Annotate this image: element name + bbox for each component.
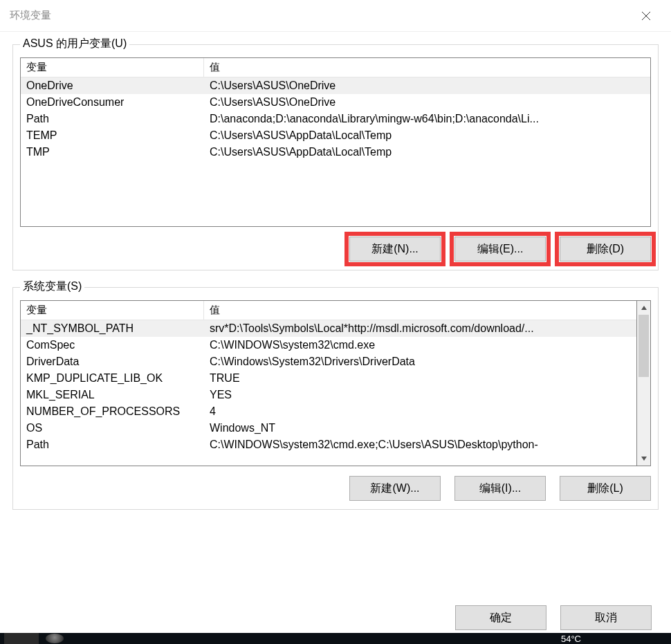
table-row[interactable]: DriverDataC:\Windows\System32\Drivers\Dr… <box>21 353 636 370</box>
system-new-button[interactable]: 新建(W)... <box>349 476 441 501</box>
row-name: TMP <box>21 144 204 160</box>
window-title: 环境变量 <box>10 9 631 22</box>
system-delete-button[interactable]: 删除(L) <box>560 476 651 501</box>
scroll-thumb[interactable] <box>638 315 649 377</box>
close-icon[interactable] <box>631 1 661 31</box>
system-col-value[interactable]: 值 <box>204 301 636 320</box>
row-name: TEMP <box>21 127 204 144</box>
user-col-name[interactable]: 变量 <box>21 58 204 77</box>
user-col-value[interactable]: 值 <box>204 58 650 77</box>
taskbar-item[interactable] <box>4 633 39 644</box>
cancel-button[interactable]: 取消 <box>560 605 652 630</box>
titlebar: 环境变量 <box>0 0 671 32</box>
row-value: C:\Users\ASUS\AppData\Local\Temp <box>204 144 650 160</box>
user-table-header: 变量 值 <box>21 58 650 77</box>
row-value: C:\Users\ASUS\OneDrive <box>204 77 650 94</box>
svg-marker-2 <box>641 306 647 310</box>
system-table-header: 变量 值 <box>21 301 636 320</box>
row-name: OneDrive <box>21 77 204 94</box>
taskbar-orb-icon[interactable] <box>46 634 64 643</box>
row-name: Path <box>21 436 204 453</box>
row-value: srv*D:\Tools\Symbols\Local*http://msdl.m… <box>204 320 636 337</box>
table-row[interactable]: NUMBER_OF_PROCESSORS4 <box>21 403 636 420</box>
table-row[interactable]: ComSpecC:\WINDOWS\system32\cmd.exe <box>21 337 636 353</box>
scroll-up-icon[interactable] <box>637 301 650 315</box>
taskbar-temperature: 54°C <box>561 634 581 644</box>
row-value: Windows_NT <box>204 420 636 436</box>
table-row[interactable]: TEMPC:\Users\ASUS\AppData\Local\Temp <box>21 127 650 144</box>
system-variables-table[interactable]: 变量 值 _NT_SYMBOL_PATHsrv*D:\Tools\Symbols… <box>20 300 637 466</box>
row-value: C:\Users\ASUS\OneDrive <box>204 94 650 111</box>
table-row[interactable]: OneDriveConsumerC:\Users\ASUS\OneDrive <box>21 94 650 111</box>
user-group-label: ASUS 的用户变量(U) <box>20 37 129 51</box>
table-row[interactable]: PathD:\anaconda;D:\anaconda\Library\ming… <box>21 111 650 127</box>
row-value: C:\WINDOWS\system32\cmd.exe <box>204 337 636 353</box>
scroll-down-icon[interactable] <box>637 452 650 466</box>
row-value: C:\WINDOWS\system32\cmd.exe;C:\Users\ASU… <box>204 436 636 453</box>
system-edit-button[interactable]: 编辑(I)... <box>454 476 546 501</box>
system-scrollbar[interactable] <box>637 300 651 466</box>
envvars-dialog: 环境变量 ASUS 的用户变量(U) 变量 值 OneDriveC:\Users… <box>0 0 671 644</box>
row-name: KMP_DUPLICATE_LIB_OK <box>21 370 204 387</box>
row-value: C:\Users\ASUS\AppData\Local\Temp <box>204 127 650 144</box>
row-name: ComSpec <box>21 337 204 353</box>
user-edit-button[interactable]: 编辑(E)... <box>454 237 546 261</box>
system-col-name[interactable]: 变量 <box>21 301 204 320</box>
taskbar: 54°C <box>0 633 671 644</box>
table-row[interactable]: TMPC:\Users\ASUS\AppData\Local\Temp <box>21 144 650 160</box>
user-new-button[interactable]: 新建(N)... <box>349 237 441 261</box>
table-row[interactable]: OSWindows_NT <box>21 420 636 436</box>
user-variables-table[interactable]: 变量 值 OneDriveC:\Users\ASUS\OneDriveOneDr… <box>20 57 651 227</box>
row-value: 4 <box>204 403 636 420</box>
scroll-track[interactable] <box>637 315 650 452</box>
ok-button[interactable]: 确定 <box>455 605 546 630</box>
user-delete-button[interactable]: 删除(D) <box>560 237 651 261</box>
row-name: MKL_SERIAL <box>21 387 204 403</box>
table-row[interactable]: KMP_DUPLICATE_LIB_OKTRUE <box>21 370 636 387</box>
table-row[interactable]: MKL_SERIALYES <box>21 387 636 403</box>
row-value: YES <box>204 387 636 403</box>
system-variables-group: 系统变量(S) 变量 值 _NT_SYMBOL_PATHsrv*D:\Tools… <box>12 287 659 510</box>
table-row[interactable]: _NT_SYMBOL_PATHsrv*D:\Tools\Symbols\Loca… <box>21 320 636 337</box>
row-name: NUMBER_OF_PROCESSORS <box>21 403 204 420</box>
row-value: D:\anaconda;D:\anaconda\Library\mingw-w6… <box>204 111 650 127</box>
row-name: DriverData <box>21 353 204 370</box>
table-row[interactable]: OneDriveC:\Users\ASUS\OneDrive <box>21 77 650 94</box>
system-group-label: 系统变量(S) <box>20 279 84 294</box>
row-name: Path <box>21 111 204 127</box>
row-value: TRUE <box>204 370 636 387</box>
row-value: C:\Windows\System32\Drivers\DriverData <box>204 353 636 370</box>
row-name: OneDriveConsumer <box>21 94 204 111</box>
table-row[interactable]: PathC:\WINDOWS\system32\cmd.exe;C:\Users… <box>21 436 636 453</box>
row-name: _NT_SYMBOL_PATH <box>21 320 204 337</box>
svg-marker-3 <box>641 457 647 461</box>
user-variables-group: ASUS 的用户变量(U) 变量 值 OneDriveC:\Users\ASUS… <box>12 44 659 270</box>
row-name: OS <box>21 420 204 436</box>
